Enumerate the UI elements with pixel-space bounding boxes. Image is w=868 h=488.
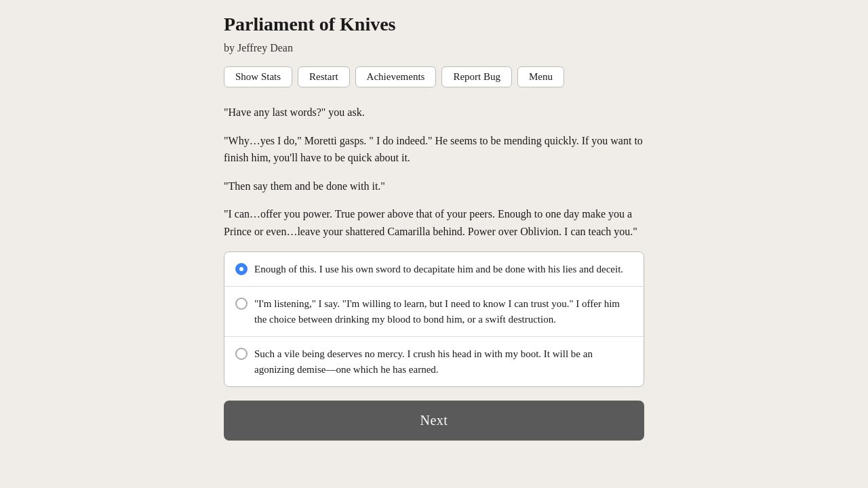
choice-label-2: "I'm listening," I say. "I'm willing to … (254, 296, 633, 327)
toolbar: Show StatsRestartAchievementsReport BugM… (224, 66, 644, 87)
radio-1 (235, 263, 248, 275)
choice-item-3[interactable]: Such a vile being deserves no mercy. I c… (224, 337, 644, 386)
story-content: "Have any last words?" you ask."Why…yes … (224, 104, 644, 241)
menu-button[interactable]: Menu (517, 66, 564, 87)
next-button[interactable]: Next (224, 401, 644, 441)
choice-label-1: Enough of this. I use his own sword to d… (254, 262, 623, 277)
choice-label-3: Such a vile being deserves no mercy. I c… (254, 346, 633, 377)
story-paragraph: "Why…yes I do," Moretti gasps. " I do in… (224, 132, 644, 167)
story-paragraph: "Then say them and be done with it." (224, 178, 644, 195)
achievements-button[interactable]: Achievements (355, 66, 437, 87)
page-wrapper: Parliament of Knives by Jeffrey Dean Sho… (210, 0, 658, 468)
story-paragraph: "I can…offer you power. True power above… (224, 205, 644, 240)
choice-item-1[interactable]: Enough of this. I use his own sword to d… (224, 252, 644, 287)
choices-container: Enough of this. I use his own sword to d… (224, 251, 644, 388)
radio-2 (235, 298, 248, 310)
show-stats-button[interactable]: Show Stats (224, 66, 292, 87)
restart-button[interactable]: Restart (298, 66, 350, 87)
report-bug-button[interactable]: Report Bug (441, 66, 512, 87)
page-title: Parliament of Knives (224, 14, 644, 35)
author-byline: by Jeffrey Dean (224, 42, 644, 54)
choice-item-2[interactable]: "I'm listening," I say. "I'm willing to … (224, 287, 644, 337)
radio-3 (235, 348, 248, 360)
story-paragraph: "Have any last words?" you ask. (224, 104, 644, 121)
